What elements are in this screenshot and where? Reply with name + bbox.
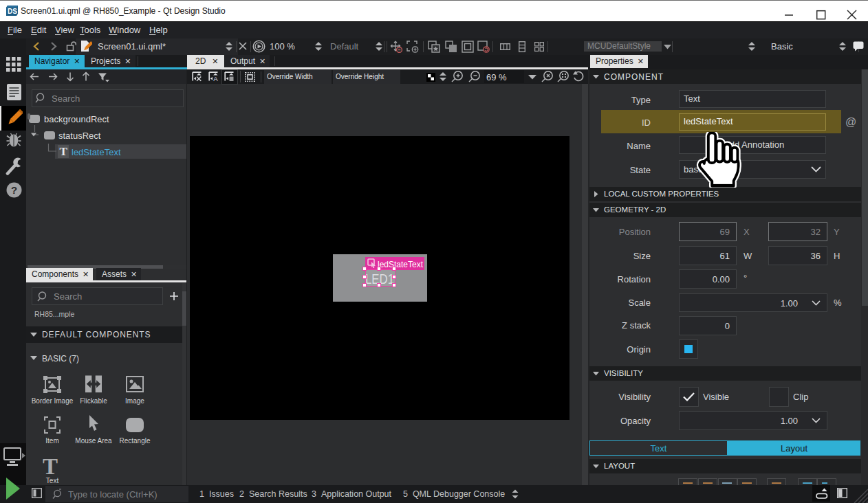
svg-text:A: A bbox=[213, 75, 218, 82]
svg-text:DS: DS bbox=[8, 8, 17, 15]
svg-text:?: ? bbox=[11, 184, 17, 196]
